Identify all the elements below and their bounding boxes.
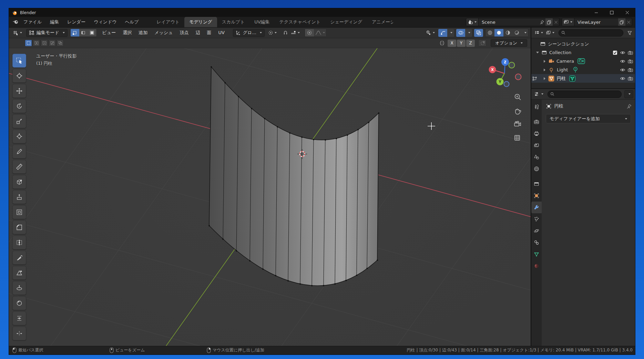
select-extend-button[interactable] xyxy=(33,40,40,47)
wireframe-shading-button[interactable] xyxy=(485,29,494,37)
menu-file[interactable]: ファイル xyxy=(19,17,46,27)
tab-constraints-icon[interactable] xyxy=(531,237,542,248)
tab-material-icon[interactable] xyxy=(531,260,542,272)
add-modifier-button[interactable]: モディファイアーを追加 xyxy=(546,114,631,123)
viewport-3d[interactable]: Z X Y ユーザー・平行投影 (1) 円柱 xyxy=(9,48,531,346)
tool-cursor-button[interactable] xyxy=(12,69,26,83)
tool-select-box-button[interactable] xyxy=(12,54,26,68)
snap-settings-dropdown[interactable] xyxy=(289,29,301,37)
collection-expand-icon[interactable] xyxy=(536,52,539,53)
tool-annotate-button[interactable] xyxy=(12,145,26,158)
mirror-z-button[interactable]: Z xyxy=(466,40,475,47)
tab-animation[interactable]: アニメーション xyxy=(367,17,393,27)
snap-toggle-button[interactable] xyxy=(282,29,289,37)
menu-vertex[interactable]: 頂点 xyxy=(176,28,192,38)
tool-options-dropdown[interactable]: オプション xyxy=(491,39,527,47)
properties-filter-dropdown[interactable] xyxy=(624,90,633,98)
edge-select-button[interactable] xyxy=(79,29,88,37)
select-invert-button[interactable] xyxy=(49,40,56,47)
outliner-row-camera[interactable]: Camera xyxy=(531,57,635,65)
mode-selector[interactable]: 編集モード xyxy=(26,29,68,37)
blender-menu-icon[interactable] xyxy=(12,19,19,25)
tool-edge-slide-button[interactable] xyxy=(12,311,26,325)
tool-transform-button[interactable] xyxy=(12,130,26,143)
menu-window[interactable]: ウィンドウ xyxy=(90,17,121,27)
light-data-icon[interactable] xyxy=(573,67,578,73)
navigation-gizmo[interactable]: Z X Y xyxy=(489,58,521,87)
tab-object-data-icon[interactable] xyxy=(531,248,542,260)
tab-scene-icon[interactable] xyxy=(531,151,542,163)
select-subtract-button[interactable] xyxy=(41,40,48,47)
tool-move-button[interactable] xyxy=(12,84,26,98)
falloff-dropdown[interactable] xyxy=(314,29,326,37)
hide-eye-icon[interactable] xyxy=(620,59,625,63)
gizmos-dropdown[interactable] xyxy=(447,29,454,37)
collection-checkbox[interactable] xyxy=(613,50,617,55)
tool-inset-button[interactable] xyxy=(12,205,26,219)
gizmo-y-neg-ball[interactable] xyxy=(509,62,515,68)
tool-loop-cut-button[interactable] xyxy=(12,236,26,249)
tab-modifiers-icon[interactable] xyxy=(531,202,542,213)
viewlayer-copy-button[interactable] xyxy=(618,18,625,26)
minimize-button[interactable] xyxy=(589,8,604,17)
menu-mesh[interactable]: メッシュ xyxy=(151,28,176,38)
mirror-x-button[interactable]: X xyxy=(448,40,456,47)
viewlayer-icon[interactable] xyxy=(562,18,574,26)
outliner-filter-button[interactable] xyxy=(626,29,633,37)
overlays-toggle-button[interactable] xyxy=(456,29,465,37)
face-select-button[interactable] xyxy=(88,29,96,37)
menu-add[interactable]: 追加 xyxy=(135,28,151,38)
render-visibility-icon[interactable] xyxy=(628,59,633,63)
scene-selector[interactable]: Scene xyxy=(466,18,560,26)
outliner-row-cylinder[interactable]: 円柱 xyxy=(531,74,635,83)
menu-face[interactable]: 面 xyxy=(203,28,215,38)
outliner-row-collection[interactable]: Collection xyxy=(531,48,635,57)
render-visibility-icon[interactable] xyxy=(628,68,633,72)
camera-data-icon[interactable] xyxy=(577,58,585,64)
select-intersect-button[interactable] xyxy=(57,40,64,47)
tab-layout[interactable]: レイアウト xyxy=(152,17,185,27)
tab-tool-icon[interactable] xyxy=(531,101,542,113)
pan-hand-icon[interactable] xyxy=(515,109,521,114)
transform-orientation-dropdown[interactable]: グロ... xyxy=(233,29,265,37)
outliner-row-scene-collection[interactable]: シーンコレクション xyxy=(531,40,635,48)
tab-texture-paint[interactable]: テクスチャペイント xyxy=(275,17,326,27)
tab-sculpting[interactable]: スカルプト xyxy=(217,17,250,27)
tool-rotate-button[interactable] xyxy=(12,99,26,113)
mirror-y-button[interactable]: Y xyxy=(457,40,466,47)
tab-object-icon[interactable] xyxy=(531,190,542,202)
tab-shading[interactable]: シェーディング xyxy=(325,17,367,27)
scene-unlink-icon[interactable] xyxy=(553,18,559,26)
tab-view-layer-icon[interactable] xyxy=(531,140,542,151)
close-button[interactable] xyxy=(620,8,635,17)
outliner-editor-dropdown[interactable] xyxy=(533,29,544,37)
menu-edit[interactable]: 編集 xyxy=(46,17,63,27)
visibility-dropdown[interactable] xyxy=(424,29,436,37)
scene-copy-button[interactable] xyxy=(545,18,553,26)
tab-modeling[interactable]: モデリング xyxy=(184,17,217,27)
camera-view-icon[interactable] xyxy=(514,121,521,126)
tab-output-icon[interactable] xyxy=(531,128,542,140)
breadcrumb-object-name[interactable]: 円柱 xyxy=(554,103,563,109)
viewlayer-name[interactable]: ViewLayer xyxy=(574,20,618,25)
tool-bevel-button[interactable] xyxy=(12,220,26,234)
tab-world-icon[interactable] xyxy=(531,163,542,175)
properties-editor-dropdown[interactable] xyxy=(533,90,545,98)
hide-eye-icon[interactable] xyxy=(620,76,625,81)
tab-particles-icon[interactable] xyxy=(531,213,542,225)
xray-toggle-button[interactable] xyxy=(474,29,483,37)
tab-collection-icon[interactable] xyxy=(531,178,542,190)
scene-pin-icon[interactable] xyxy=(538,18,545,26)
tool-rip-region-button[interactable] xyxy=(12,327,26,340)
correct-face-attributes-button[interactable] xyxy=(478,40,487,47)
overlays-dropdown[interactable] xyxy=(465,29,472,37)
camera-expand-icon[interactable] xyxy=(544,60,545,63)
tool-extrude-button[interactable] xyxy=(12,190,26,204)
proportional-edit-button[interactable] xyxy=(305,29,314,37)
tool-spin-button[interactable] xyxy=(12,281,26,295)
render-visibility-icon[interactable] xyxy=(628,51,633,55)
cylinder-expand-icon[interactable] xyxy=(544,77,545,80)
menu-help[interactable]: ヘルプ xyxy=(121,17,143,27)
tab-uv-editing[interactable]: UV編集 xyxy=(249,17,274,27)
menu-uv[interactable]: UV xyxy=(215,28,228,38)
